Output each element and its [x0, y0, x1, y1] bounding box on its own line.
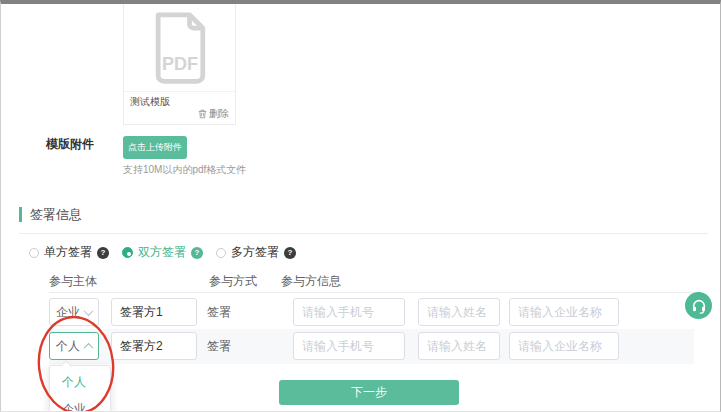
col-header-method: 参与方式 — [209, 273, 257, 290]
chevron-down-icon — [84, 306, 94, 316]
party-row-2: 个人 签署 — [49, 329, 694, 364]
name-input-row2[interactable] — [418, 332, 500, 360]
radio-circle-icon[interactable] — [29, 248, 39, 258]
party-name-input-row1[interactable] — [111, 298, 197, 326]
phone-input-row2[interactable] — [293, 332, 405, 360]
radio-circle-icon[interactable] — [216, 248, 226, 258]
party-row-1: 企业 签署 — [49, 296, 694, 329]
radio-label: 单方签署 — [44, 244, 92, 261]
sign-type-radio-group: 单方签署 ? 双方签署 ? 多方签署 ? — [29, 244, 309, 261]
radio-label: 双方签署 — [138, 244, 186, 261]
dropdown-option-personal[interactable]: 个人 — [50, 369, 110, 396]
chevron-up-icon — [84, 342, 94, 352]
upload-hint-text: 支持10M以内的pdf格式文件 — [123, 163, 246, 177]
radio-multi-party-sign[interactable]: 多方签署 ? — [216, 244, 296, 261]
radio-dual-party-sign[interactable]: 双方签署 ? — [122, 244, 203, 261]
radio-label: 多方签署 — [231, 244, 279, 261]
help-question-icon[interactable]: ? — [191, 247, 203, 259]
radio-single-party-sign[interactable]: 单方签署 ? — [29, 244, 109, 261]
name-input-row1[interactable] — [418, 298, 500, 326]
section-divider — [19, 233, 708, 234]
next-step-button[interactable]: 下一步 — [279, 380, 459, 405]
subject-type-value: 个人 — [56, 338, 80, 355]
subject-type-select-row2[interactable]: 个人 — [49, 332, 99, 360]
subject-type-value: 企业 — [56, 304, 80, 321]
subject-type-dropdown-menu: 个人 企业 — [49, 365, 111, 412]
help-question-icon[interactable]: ? — [97, 247, 109, 259]
col-header-subject: 参与主体 — [49, 273, 97, 290]
customer-service-button[interactable] — [685, 292, 712, 319]
company-input-row2[interactable] — [509, 332, 619, 360]
template-attachment-label: 模版附件 — [46, 136, 94, 153]
sign-info-section-title: 签署信息 — [19, 207, 82, 222]
pdf-file-icon: PDF — [124, 4, 235, 92]
delete-file-button[interactable]: 删除 — [198, 107, 229, 121]
form-page: PDF 测试模版 删除 模版附件 点击上传附件 支持10M以内的pdf格式文件 … — [0, 0, 721, 412]
subject-type-select-row1[interactable]: 企业 — [49, 298, 99, 326]
trash-icon — [198, 109, 207, 119]
dropdown-option-enterprise[interactable]: 企业 — [50, 396, 110, 412]
party-name-input-row2[interactable] — [111, 332, 197, 360]
pdf-badge-text: PDF — [161, 53, 197, 73]
phone-input-row1[interactable] — [293, 298, 405, 326]
radio-circle-selected-icon[interactable] — [122, 247, 133, 258]
headset-icon — [691, 298, 707, 314]
upload-attachment-button[interactable]: 点击上传附件 — [123, 136, 187, 159]
uploaded-file-card: PDF 测试模版 删除 — [123, 4, 236, 125]
table-header-divider — [49, 292, 694, 293]
method-text-row2: 签署 — [207, 331, 231, 361]
company-input-row1[interactable] — [509, 298, 619, 326]
delete-file-label: 删除 — [209, 107, 229, 121]
col-header-info: 参与方信息 — [281, 273, 341, 290]
help-question-icon[interactable]: ? — [284, 247, 296, 259]
method-text-row1: 签署 — [207, 297, 231, 327]
